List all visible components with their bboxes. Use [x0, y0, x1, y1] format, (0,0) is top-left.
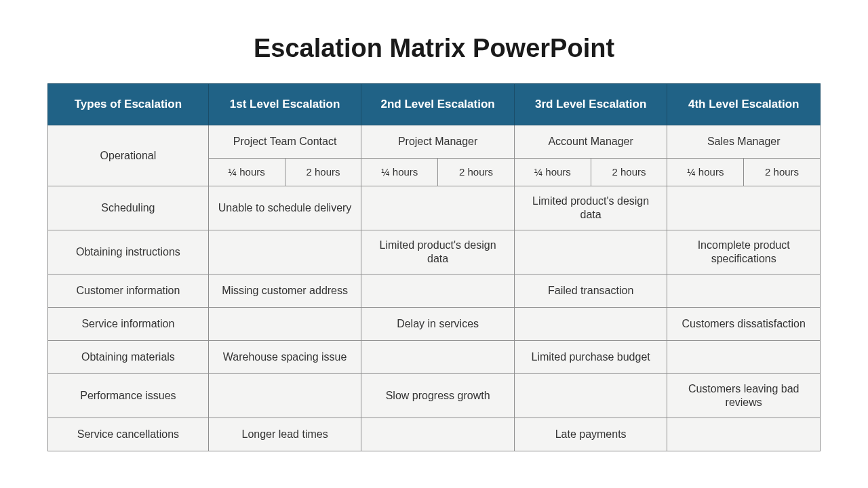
time-l4a: ¼ hours [667, 159, 744, 186]
row-service-info: Service information Delay in services Cu… [48, 308, 821, 341]
row-operational-contacts: Operational Project Team Contact Project… [48, 125, 821, 159]
contact-level-3: Account Manager [514, 125, 667, 159]
row-label-materials: Obtaining materials [48, 341, 209, 374]
cell-scheduling-l3: Limited product's design data [514, 186, 667, 230]
contact-level-4: Sales Manager [667, 125, 821, 159]
cell-service-l3 [514, 308, 667, 341]
header-type: Types of Escalation [48, 84, 209, 125]
cell-performance-l2: Slow progress growth [361, 374, 515, 418]
row-label-performance: Performance issues [48, 374, 209, 418]
cell-performance-l3 [514, 374, 667, 418]
cell-scheduling-l2 [361, 186, 515, 230]
time-l3a: ¼ hours [514, 159, 591, 186]
cell-scheduling-l1: Unable to schedule delivery [208, 186, 361, 230]
cell-materials-l4 [667, 341, 821, 374]
cell-customer-l3: Failed transaction [514, 274, 667, 308]
cell-service-l2: Delay in services [361, 308, 515, 341]
cell-service-l1 [208, 308, 361, 341]
time-l3b: 2 hours [591, 159, 667, 186]
cell-scheduling-l4 [667, 186, 821, 230]
table-header-row: Types of Escalation 1st Level Escalation… [48, 84, 821, 125]
cell-cancel-l4 [667, 418, 821, 451]
row-obtaining-instructions: Obtaining instructions Limited product's… [48, 230, 821, 274]
cell-service-l4: Customers dissatisfaction [667, 308, 821, 341]
time-l1a: ¼ hours [208, 159, 285, 186]
cell-customer-l4 [667, 274, 821, 308]
time-l4b: 2 hours [744, 159, 821, 186]
cell-customer-l1: Missing customer address [208, 274, 361, 308]
row-label-cancel: Service cancellations [48, 418, 209, 451]
time-l2a: ¼ hours [361, 159, 438, 186]
cell-obtaining-l2: Limited product's design data [361, 230, 515, 274]
time-l1b: 2 hours [285, 159, 361, 186]
slide: Escalation Matrix PowerPoint Types of Es… [0, 0, 868, 488]
escalation-matrix-table: Types of Escalation 1st Level Escalation… [47, 83, 821, 451]
row-obtaining-materials: Obtaining materials Warehouse spacing is… [48, 341, 821, 374]
cell-obtaining-l4: Incomplete product specifications [667, 230, 821, 274]
contact-level-1: Project Team Contact [208, 125, 361, 159]
cell-performance-l1 [208, 374, 361, 418]
cell-customer-l2 [361, 274, 515, 308]
header-level-1: 1st Level Escalation [208, 84, 361, 125]
cell-materials-l1: Warehouse spacing issue [208, 341, 361, 374]
contact-level-2: Project Manager [361, 125, 515, 159]
row-label-operational: Operational [48, 125, 209, 186]
cell-obtaining-l1 [208, 230, 361, 274]
cell-materials-l2 [361, 341, 515, 374]
row-label-customer: Customer information [48, 274, 209, 308]
cell-performance-l4: Customers leaving bad reviews [667, 374, 821, 418]
cell-cancel-l1: Longer lead times [208, 418, 361, 451]
slide-title: Escalation Matrix PowerPoint [254, 34, 614, 63]
row-label-service: Service information [48, 308, 209, 341]
row-label-obtaining: Obtaining instructions [48, 230, 209, 274]
cell-cancel-l2 [361, 418, 515, 451]
cell-materials-l3: Limited purchase budget [514, 341, 667, 374]
cell-cancel-l3: Late payments [514, 418, 667, 451]
row-customer-info: Customer information Missing customer ad… [48, 274, 821, 308]
row-label-scheduling: Scheduling [48, 186, 209, 230]
header-level-2: 2nd Level Escalation [361, 84, 515, 125]
time-l2b: 2 hours [438, 159, 515, 186]
row-scheduling: Scheduling Unable to schedule delivery L… [48, 186, 821, 230]
row-service-cancellations: Service cancellations Longer lead times … [48, 418, 821, 451]
header-level-3: 3rd Level Escalation [514, 84, 667, 125]
row-performance: Performance issues Slow progress growth … [48, 374, 821, 418]
cell-obtaining-l3 [514, 230, 667, 274]
header-level-4: 4th Level Escalation [667, 84, 821, 125]
